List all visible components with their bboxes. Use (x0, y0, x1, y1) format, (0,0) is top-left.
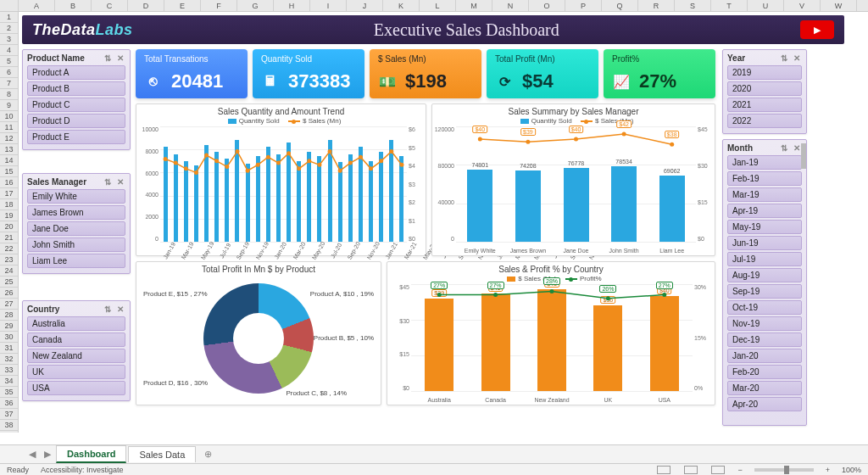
status-accessibility[interactable]: Accessibility: Investigate (41, 466, 124, 474)
slicer-option[interactable]: Emily White (27, 189, 125, 204)
view-layout-button[interactable] (684, 466, 698, 474)
sheet-tabs: ◀ ▶ Dashboard Sales Data ⊕ (0, 444, 868, 463)
zoom-slider[interactable] (754, 468, 814, 472)
svg-point-4 (204, 154, 209, 158)
youtube-button[interactable]: ▶ (800, 20, 834, 39)
donut-chart (203, 283, 314, 394)
slicer-option[interactable]: New Zealand (27, 349, 125, 363)
slicer-option[interactable]: Product B (27, 81, 125, 96)
chart-trend: Sales Quantity and Amount Trend Quantity… (136, 103, 426, 256)
slicer-option[interactable]: 2021 (727, 98, 802, 112)
zoom-level: 100% (842, 466, 861, 474)
svg-point-20 (369, 166, 373, 170)
slicer-option[interactable]: UK (27, 365, 125, 379)
zoom-in-button[interactable]: + (826, 466, 830, 474)
svg-point-32 (606, 296, 610, 300)
tab-dashboard[interactable]: Dashboard (56, 445, 126, 463)
kpi-profit-pct: Profit% 📈27% (604, 49, 715, 98)
slicer-option[interactable]: Jane Doe (27, 221, 125, 236)
slicer-option[interactable]: Product D (27, 114, 125, 128)
slicer-option[interactable]: 2019 (727, 65, 802, 80)
slicer-controls-icon[interactable]: ⇅ ✕ (781, 143, 802, 153)
slicer-option[interactable]: 2020 (727, 81, 802, 96)
slicer-controls-icon[interactable]: ⇅ ✕ (104, 53, 125, 63)
slicer-option[interactable]: Nov-19 (727, 316, 802, 331)
slicer-month[interactable]: Month⇅ ✕ Jan-19Feb-19Mar-19Apr-19May-19J… (722, 139, 807, 426)
row-headers: 1234567891011121314151617181920212223242… (0, 12, 19, 433)
slicer-option[interactable]: Aug-19 (727, 268, 802, 282)
slicer-option[interactable]: Product E (27, 130, 125, 144)
slicer-option[interactable]: Feb-19 (727, 171, 802, 186)
svg-point-2 (184, 166, 188, 170)
chart-profit-product: Total Profit In Mn $ by Product Product … (136, 261, 381, 405)
add-sheet-button[interactable]: ⊕ (198, 449, 219, 460)
slicer-option[interactable]: 2022 (727, 114, 802, 128)
svg-point-6 (225, 165, 229, 169)
tab-nav-prev[interactable]: ◀ (25, 449, 39, 460)
chart-managers: Sales Summary by Sales Manager Quantity … (431, 103, 715, 256)
svg-point-16 (328, 149, 332, 154)
slicer-option[interactable]: May-19 (727, 220, 802, 234)
slicer-option[interactable]: Liam Lee (27, 254, 125, 268)
slicer-option[interactable]: Jan-19 (727, 155, 802, 170)
svg-point-19 (359, 155, 363, 159)
slicer-year[interactable]: Year⇅ ✕ 2019202020212022 (722, 49, 807, 134)
svg-point-28 (670, 142, 674, 147)
slicer-option[interactable]: Apr-19 (727, 204, 802, 218)
page-title: Executive Sales Dashboard (133, 20, 800, 40)
svg-point-13 (297, 166, 301, 170)
slicer-manager[interactable]: Sales Manager⇅ ✕ Emily WhiteJames BrownJ… (22, 173, 131, 274)
svg-point-15 (317, 163, 321, 167)
slicer-controls-icon[interactable]: ⇅ ✕ (104, 177, 125, 187)
svg-point-18 (348, 161, 353, 165)
slicer-option[interactable]: Jun-19 (727, 236, 802, 250)
slicer-product[interactable]: Product Name⇅ ✕ Product AProduct BProduc… (22, 49, 131, 150)
growth-icon: 📈 (612, 72, 631, 91)
svg-point-17 (338, 169, 342, 173)
slicer-option[interactable]: Oct-19 (727, 300, 802, 315)
svg-point-11 (276, 161, 281, 165)
slicer-option[interactable]: Product C (27, 98, 125, 112)
slicer-option[interactable]: Jan-20 (727, 349, 802, 363)
scrollbar[interactable] (801, 140, 806, 425)
slicer-option[interactable]: Mar-19 (727, 187, 802, 202)
svg-point-25 (526, 140, 530, 144)
slicer-option[interactable]: Feb-20 (727, 365, 802, 379)
svg-point-33 (662, 293, 666, 297)
tab-nav-next[interactable]: ▶ (41, 449, 54, 460)
slicer-option[interactable]: Product A (27, 65, 125, 80)
slicer-option[interactable]: Australia (27, 316, 125, 331)
svg-point-24 (478, 137, 482, 142)
slicer-option[interactable]: USA (27, 381, 125, 395)
svg-point-0 (164, 157, 168, 161)
view-break-button[interactable] (711, 466, 725, 474)
zoom-out-button[interactable]: − (737, 466, 742, 474)
slicer-option[interactable]: James Brown (27, 205, 125, 220)
svg-point-8 (246, 169, 250, 173)
status-bar: Ready Accessibility: Investigate − + 100… (0, 463, 868, 475)
svg-point-9 (256, 163, 260, 167)
tab-salesdata[interactable]: Sales Data (128, 446, 196, 462)
slicer-option[interactable]: John Smith (27, 238, 125, 252)
svg-point-12 (287, 151, 291, 155)
svg-point-14 (307, 159, 311, 163)
slicer-option[interactable]: Jul-19 (727, 252, 802, 266)
slicer-option[interactable]: Mar-20 (727, 381, 802, 395)
svg-point-7 (235, 149, 239, 154)
refresh-dollar-icon: ⟳ (495, 72, 514, 91)
slicer-option[interactable]: Canada (27, 332, 125, 347)
svg-point-3 (194, 170, 198, 175)
chart-country: Sales & Profit % by Country $ Sales (Mn)… (387, 261, 715, 405)
column-headers: ABCDEFGHIJKLMNOPQRSTUVW (0, 0, 868, 12)
slicer-country[interactable]: Country⇅ ✕ AustraliaCanadaNew ZealandUKU… (22, 300, 131, 401)
slicer-controls-icon[interactable]: ⇅ ✕ (781, 53, 802, 63)
slicer-option[interactable]: Apr-20 (727, 397, 802, 411)
money-icon: 💵 (378, 72, 397, 91)
view-normal-button[interactable] (657, 466, 670, 474)
logo: TheDataLabs (32, 21, 133, 39)
title-bar: TheDataLabs Executive Sales Dashboard ▶ (22, 15, 844, 44)
slicer-option[interactable]: Sep-19 (727, 284, 802, 299)
calculator-icon: 🖩 (261, 72, 280, 91)
slicer-option[interactable]: Dec-19 (727, 332, 802, 347)
slicer-controls-icon[interactable]: ⇅ ✕ (104, 305, 125, 314)
